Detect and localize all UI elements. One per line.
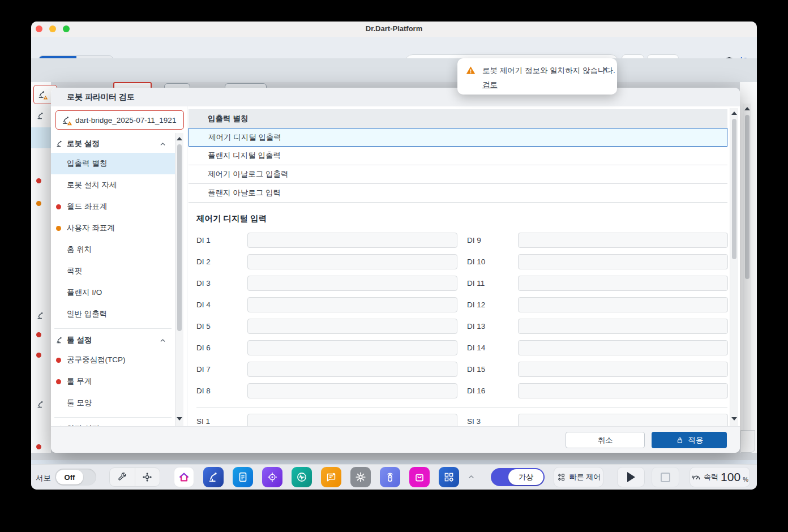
alias-row-제어기 아날로그 입출력[interactable]: 제어기 아날로그 입출력: [189, 165, 727, 184]
section-title: 제어기 디지털 입력: [196, 213, 267, 224]
cancel-button[interactable]: 취소: [566, 432, 645, 448]
background-robot-icon: [36, 400, 45, 409]
di-input-DI 11[interactable]: [518, 276, 728, 291]
settings-app-icon[interactable]: [350, 467, 371, 487]
tree-item-사용자 좌표계[interactable]: 사용자 좌표계: [51, 217, 175, 239]
di-input-DI 12[interactable]: [518, 297, 728, 312]
background-status-dot: [36, 178, 41, 183]
background-panel-corner: [740, 430, 755, 453]
tree-section-로봇 설정[interactable]: 로봇 설정: [51, 135, 175, 153]
tree-item-로봇 설치 자세[interactable]: 로봇 설치 자세: [51, 174, 175, 196]
alias-row-플랜지 아날로그 입력[interactable]: 플랜지 아날로그 입력: [189, 184, 727, 203]
background-status-dot: [36, 332, 41, 337]
title-bar: Dr.Dart-Platform: [31, 22, 757, 37]
di-label-DI 14: DI 14: [467, 344, 485, 352]
servo-toggle[interactable]: Off: [55, 469, 96, 486]
tree-item-일반 입출력[interactable]: 일반 입출력: [51, 303, 175, 325]
virtual-mode-toggle[interactable]: 가상: [491, 468, 545, 486]
speed-control[interactable]: 속력 100 %: [690, 467, 750, 487]
di-input-DI 16[interactable]: [518, 383, 728, 398]
document-app-icon[interactable]: [233, 467, 253, 487]
apps-app-icon[interactable]: [439, 467, 459, 487]
di-input-DI 1[interactable]: [247, 233, 457, 248]
wrench-button[interactable]: [110, 468, 135, 486]
background-status-dot: [36, 201, 41, 206]
chevron-up-icon[interactable]: [466, 472, 476, 482]
tree-item-공구중심점(TCP)[interactable]: 공구중심점(TCP): [51, 349, 175, 371]
tree-item-툴 모양[interactable]: 툴 모양: [51, 392, 175, 414]
background-robot-icon: [36, 111, 45, 120]
tree-item-툴 무게[interactable]: 툴 무게: [51, 371, 175, 392]
red-status-dot: [56, 358, 61, 363]
virtual-label: 가상: [519, 472, 533, 482]
stop-button[interactable]: [652, 467, 679, 487]
di-label-DI 1: DI 1: [196, 236, 211, 244]
tree-item-입출력 별칭[interactable]: 입출력 별칭: [51, 153, 175, 174]
di-input-DI 14[interactable]: [518, 340, 728, 355]
di-input-DI 6[interactable]: [247, 340, 457, 355]
di-input-DI 13[interactable]: [518, 319, 728, 334]
jog-move-button[interactable]: [135, 468, 160, 486]
warning-icon: [465, 65, 476, 76]
di-input-DI 5[interactable]: [247, 319, 457, 334]
di-input-DI 8[interactable]: [247, 383, 457, 398]
notification-popup: 로봇 제어기 정보와 일치하지 않습니다. × 검토: [457, 58, 617, 95]
review-link[interactable]: 검토: [482, 80, 498, 90]
store-app-icon[interactable]: [409, 467, 430, 487]
background-robot-icon: [36, 311, 45, 320]
background-page-right-strip: [740, 82, 757, 453]
play-button[interactable]: [617, 467, 645, 487]
jog-app-icon[interactable]: [262, 467, 282, 487]
chevron-up-icon[interactable]: [159, 336, 167, 345]
close-icon[interactable]: ×: [602, 65, 607, 75]
file-name: dart-bridge_2025-07-11_1921: [75, 116, 176, 125]
di-label-DI 16: DI 16: [467, 387, 485, 395]
di-label-DI 12: DI 12: [467, 301, 485, 309]
tree-section-툴 설정[interactable]: 툴 설정: [51, 331, 175, 349]
di-input-DI 9[interactable]: [518, 233, 728, 248]
background-scrollbar[interactable]: [743, 104, 751, 449]
di-input-DI 7[interactable]: [247, 362, 457, 377]
robot-tools-group: [109, 467, 160, 487]
di-input-DI 2[interactable]: [247, 254, 457, 269]
di-label-DI 11: DI 11: [467, 279, 485, 288]
home-app-icon[interactable]: [174, 467, 194, 487]
di-label-DI 3: DI 3: [196, 279, 211, 288]
monitor-app-icon[interactable]: [292, 467, 312, 487]
dialog-title: 로봇 파라미터 검토: [67, 92, 135, 102]
remote-app-icon[interactable]: [380, 467, 400, 487]
quick-control-button[interactable]: 빠른 제어: [554, 467, 603, 487]
alias-row-제어기 디지털 입출력[interactable]: 제어기 디지털 입출력: [189, 128, 727, 147]
di-input-DI 4[interactable]: [247, 297, 457, 312]
tree-item-플랜지 I/O[interactable]: 플랜지 I/O: [51, 282, 175, 303]
mismatch-file-field[interactable]: dart-bridge_2025-07-11_1921: [55, 110, 184, 130]
di-label-DI 13: DI 13: [467, 322, 485, 331]
tree-item-콕핏[interactable]: 콕핏: [51, 260, 175, 282]
alias-row-플랜지 디지털 입출력[interactable]: 플랜지 디지털 입출력: [189, 147, 727, 165]
chevron-up-icon[interactable]: [159, 140, 167, 148]
dialog-footer: 취소 적용: [51, 426, 740, 453]
content-scrollbar[interactable]: [730, 108, 738, 426]
di-label-DI 9: DI 9: [467, 236, 481, 244]
wrench-icon: [117, 472, 127, 482]
si-label-right: SI 3: [467, 417, 481, 426]
di-input-DI 10[interactable]: [518, 254, 728, 269]
apply-button[interactable]: 적용: [652, 432, 727, 448]
background-page-left-strip: [31, 82, 51, 453]
taskbar: 서보 Off 가상 빠른 제어 속력 100 %: [31, 464, 757, 490]
tree-scrollbar[interactable]: [175, 133, 183, 426]
red-status-dot: [56, 379, 61, 384]
tree-item-월드 좌표계[interactable]: 월드 좌표계: [51, 196, 175, 217]
alias-list-header: 입출력 별칭: [189, 109, 727, 128]
tree-item-홈 위치[interactable]: 홈 위치: [51, 239, 175, 260]
di-input-DI 15[interactable]: [518, 362, 728, 377]
di-label-DI 10: DI 10: [467, 258, 485, 266]
message-app-icon[interactable]: [321, 467, 341, 487]
panel-divider: [187, 106, 187, 426]
speed-label: 속력: [704, 472, 718, 482]
parameter-tree: 로봇 설정입출력 별칭로봇 설치 자세월드 좌표계사용자 좌표계홈 위치콕핏플랜…: [51, 133, 182, 430]
tree-divider: [54, 417, 172, 418]
di-input-DI 3[interactable]: [247, 276, 457, 291]
red-status-dot: [56, 204, 61, 209]
robot-app-icon[interactable]: [203, 467, 224, 487]
